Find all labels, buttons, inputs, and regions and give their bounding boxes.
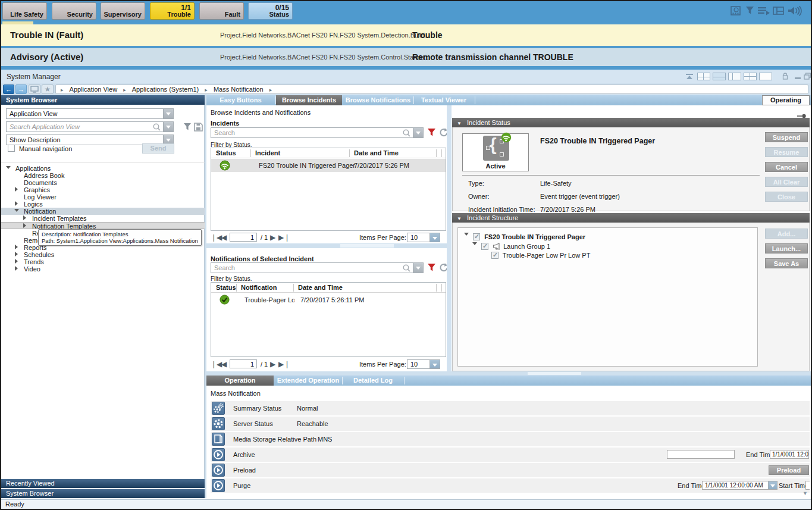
next-page-icon[interactable]: ▶ — [270, 360, 275, 368]
op-row-purge[interactable]: Purge End Time 1/1/0001 12:00:00 AM Star… — [211, 478, 810, 493]
bottom-splitter[interactable] — [206, 371, 811, 376]
page-number-input[interactable] — [230, 233, 257, 242]
tab-browse-incidents[interactable]: Browse Incidents — [276, 95, 342, 105]
trouble-button[interactable]: 1/1 Trouble — [150, 2, 195, 20]
first-page-icon[interactable]: ❘◀ — [211, 360, 222, 368]
prev-page-icon[interactable]: ◀ — [221, 360, 227, 368]
tab-detailed-log[interactable]: Detailed Log — [343, 376, 403, 386]
structure-node-leaf[interactable]: Trouble-Pager Low Pr Low PT — [489, 252, 590, 260]
notification-row[interactable]: Trouble-Pager Low Pr 7/20/2017 5:26:11 P… — [211, 293, 446, 306]
column-status[interactable]: Status — [216, 284, 236, 291]
last-page-icon[interactable]: ▶❘ — [278, 360, 290, 368]
column-status[interactable]: Status — [216, 149, 236, 157]
purge-end-time-dropdown[interactable]: 1/1/0001 12:00:00 AM — [702, 481, 777, 490]
incidents-table-header[interactable]: Status Incident Date and Time — [211, 148, 446, 158]
breadcrumb[interactable]: ▸ Application View ▸ Applications (Syste… — [55, 85, 808, 94]
send-button[interactable]: Send — [142, 143, 174, 154]
page-number-input[interactable] — [230, 359, 257, 368]
tree-item-video[interactable]: Video — [1, 265, 205, 273]
prev-page-icon[interactable]: ◀ — [221, 233, 227, 242]
op-row-media-storage[interactable]: Media Storage Relative Path MNS — [211, 432, 810, 446]
preload-button[interactable]: Preload — [769, 465, 809, 475]
all-clear-button[interactable]: All Clear — [765, 177, 808, 187]
last-page-icon[interactable]: ▶❘ — [278, 233, 290, 242]
op-row-archive[interactable]: Archive End Time 1/1/0001 12:0 — [211, 448, 810, 462]
life-safety-button[interactable]: Life Safety — [2, 2, 47, 20]
chevron-down-icon[interactable] — [163, 109, 173, 118]
restore-icon[interactable] — [804, 73, 811, 81]
tree-item-incident-templates[interactable]: Incident Templates — [1, 215, 205, 222]
breadcrumb-item[interactable]: Application View — [65, 86, 122, 93]
breadcrumb-item[interactable]: Applications (System1) — [128, 86, 203, 93]
minimize-icon[interactable] — [795, 77, 801, 79]
tree-item-log-viewer[interactable]: Log Viewer — [1, 193, 205, 201]
layout-thumb-single-icon[interactable] — [713, 73, 726, 80]
tree-item-documents[interactable]: Documents — [1, 179, 205, 186]
tree-item-schedules[interactable]: Schedules — [1, 251, 205, 258]
operating-button[interactable]: Operating — [762, 95, 810, 105]
launch-button[interactable]: Launch... — [765, 243, 808, 254]
items-per-page-dropdown[interactable]: 10 — [407, 233, 440, 242]
first-page-icon[interactable]: ❘◀ — [211, 233, 222, 242]
sidebar-filter-icon[interactable] — [183, 123, 192, 133]
chevron-down-icon[interactable] — [413, 263, 423, 273]
scroll-down-icon[interactable]: ▼ — [802, 490, 808, 496]
notifications-search-input[interactable]: Search — [211, 262, 424, 273]
items-per-page-dropdown[interactable]: 10 — [407, 359, 440, 369]
incident-structure-header[interactable]: ▼ Incident Structure — [452, 213, 810, 223]
history-grid-icon[interactable] — [731, 6, 741, 17]
column-datetime[interactable]: Date and Time — [354, 149, 399, 157]
view-selector-dropdown[interactable]: Application View — [6, 108, 174, 119]
layout-thumb-left-icon[interactable] — [728, 73, 741, 80]
save-as-button[interactable]: Save As — [765, 258, 808, 268]
add-button[interactable]: Add... — [765, 229, 808, 239]
speaker-icon[interactable] — [788, 5, 803, 18]
filter-icon[interactable] — [745, 6, 754, 17]
structure-node-group[interactable]: Launch Group 1 — [472, 242, 550, 251]
tree-item-address-book[interactable]: Address Book — [1, 172, 205, 179]
incidents-filter-icon[interactable] — [427, 128, 436, 139]
chevron-down-icon[interactable] — [163, 122, 173, 132]
sidebar-search-input[interactable]: Search Application View — [6, 121, 174, 132]
column-notification[interactable]: Notification — [241, 284, 277, 291]
structure-checkbox[interactable] — [473, 233, 480, 240]
tab-extended-operation[interactable]: Extended Operation — [275, 376, 341, 386]
incident-state-box[interactable]: { Active — [462, 133, 529, 171]
status-button[interactable]: 0/15 Status — [248, 2, 293, 20]
tab-textual-viewer[interactable]: Textual Viewer — [414, 95, 474, 105]
column-splitter[interactable] — [447, 105, 452, 371]
cancel-button[interactable]: Cancel — [765, 162, 808, 172]
manual-navigation-checkbox[interactable] — [8, 145, 15, 152]
structure-checkbox[interactable] — [491, 252, 499, 259]
incident-row[interactable]: FS20 Trouble IN Triggered Pager 7/20/201… — [211, 159, 446, 172]
recently-viewed-bar[interactable]: Recently Viewed — [1, 479, 205, 488]
column-incident[interactable]: Incident — [255, 149, 280, 157]
lock-icon[interactable] — [782, 73, 788, 82]
layout-thumb-quad-icon[interactable] — [697, 73, 710, 80]
alert-row-trouble[interactable]: Trouble IN (Fault) Project.Field Network… — [1, 24, 811, 46]
purge-start-time-input-clipped[interactable] — [805, 481, 810, 490]
column-datetime[interactable]: Date and Time — [298, 284, 343, 291]
archive-end-time-input[interactable]: 1/1/0001 12:0 — [770, 450, 809, 459]
op-row-summary-status[interactable]: Summary Status Normal — [211, 401, 810, 415]
back-button[interactable]: ← — [3, 85, 14, 94]
tab-browse-notifications[interactable]: Browse Notifications — [343, 95, 413, 105]
structure-checkbox[interactable] — [481, 243, 488, 250]
layout-icon[interactable] — [773, 6, 785, 17]
display-button[interactable] — [29, 85, 40, 94]
system-browser-bar[interactable]: System Browser — [1, 489, 205, 498]
layout-thumb-grid-icon[interactable] — [744, 73, 757, 80]
notifications-filter-icon[interactable] — [427, 263, 436, 274]
tab-operation[interactable]: Operation — [206, 376, 274, 386]
chevron-down-icon[interactable] — [413, 128, 423, 137]
layout-thumb-empty-icon[interactable] — [759, 73, 772, 80]
event-list-icon[interactable] — [757, 6, 770, 17]
security-button[interactable]: Security — [52, 2, 96, 20]
next-page-icon[interactable]: ▶ — [270, 233, 275, 242]
resume-button[interactable]: Resume — [765, 147, 808, 157]
save-search-icon[interactable] — [194, 123, 203, 133]
alert-row-advisory[interactable]: Advisory (Active) Project.Field Networks… — [1, 48, 811, 66]
fault-button[interactable]: Fault — [199, 2, 244, 20]
close-button[interactable]: Close — [765, 192, 808, 202]
tree-item-logics[interactable]: Logics — [1, 201, 205, 208]
